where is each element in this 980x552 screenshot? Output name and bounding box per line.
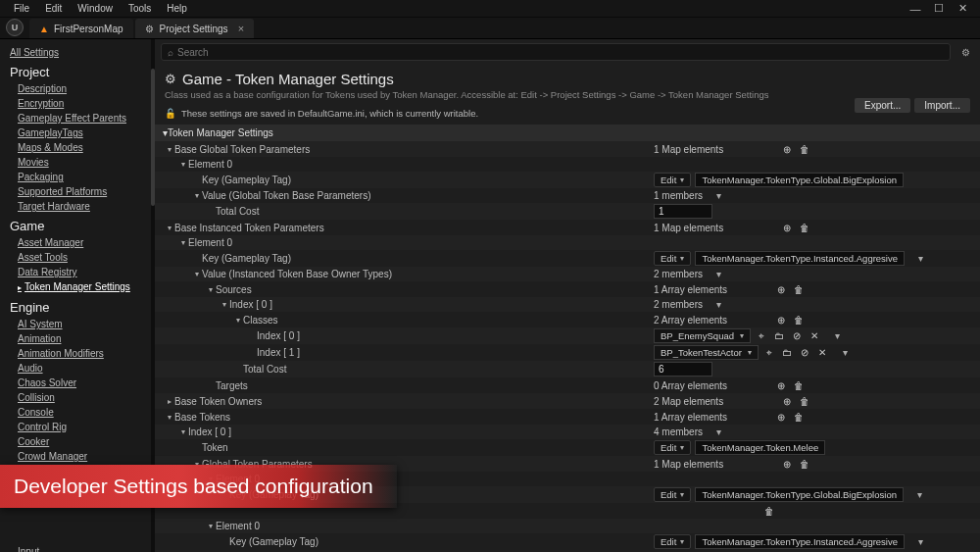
expand-arrow-icon[interactable]: ▾ xyxy=(220,300,229,309)
expand-arrow-icon[interactable]: ▾ xyxy=(165,145,174,154)
expand-arrow-icon[interactable]: ▾ xyxy=(206,522,216,530)
expand-arrow-icon[interactable]: ▾ xyxy=(165,413,174,422)
add-element-icon[interactable]: ⊕ xyxy=(780,221,794,234)
expand-arrow-icon[interactable]: ▾ xyxy=(165,224,174,232)
sidebar-item-asset-tools[interactable]: Asset Tools xyxy=(10,250,147,265)
expand-arrow-icon[interactable]: ▾ xyxy=(178,238,188,247)
expand-arrow-icon[interactable]: ▾ xyxy=(178,427,188,436)
browse-icon[interactable]: 🗀 xyxy=(780,346,794,360)
sidebar-item-animation[interactable]: Animation xyxy=(10,331,147,346)
reset-icon[interactable]: ⊘ xyxy=(790,329,804,343)
sidebar-item-token-manager-settings[interactable]: Token Manager Settings xyxy=(10,279,147,295)
sidebar-item-packaging[interactable]: Packaging xyxy=(10,170,147,184)
gameplay-tag-value[interactable]: TokenManager.TokenType.Instanced.Aggresi… xyxy=(695,251,905,266)
chevron-down-icon[interactable]: ▾ xyxy=(918,253,923,264)
sidebar-item-cooker[interactable]: Cooker xyxy=(10,434,147,449)
add-element-icon[interactable]: ⊕ xyxy=(780,457,794,471)
expand-arrow-icon[interactable]: ▾ xyxy=(206,285,216,294)
add-element-icon[interactable]: ⊕ xyxy=(774,282,788,296)
sidebar-item-gameplay-effect[interactable]: Gameplay Effect Parents xyxy=(10,111,147,125)
sidebar-item-data-registry[interactable]: Data Registry xyxy=(10,265,147,279)
gameplay-tag-value[interactable]: TokenManager.TokenType.Global.BigExplosi… xyxy=(695,173,904,187)
menu-help[interactable]: Help xyxy=(159,1,195,16)
sidebar-item-encryption[interactable]: Encryption xyxy=(10,96,147,111)
clear-icon[interactable]: 🗑 xyxy=(798,394,811,408)
gameplay-tag-value[interactable]: TokenManager.Token.Melee xyxy=(695,440,825,455)
sidebar-item-audio[interactable]: Audio xyxy=(10,361,147,376)
chevron-down-icon[interactable]: ▾ xyxy=(843,347,848,358)
window-minimize-icon[interactable]: — xyxy=(904,3,927,15)
class-picker[interactable]: BP_EnemySquad▾ xyxy=(654,328,751,343)
expand-arrow-icon[interactable]: ▾ xyxy=(233,316,243,325)
sidebar-item-target-hardware[interactable]: Target Hardware xyxy=(10,199,147,214)
chevron-down-icon[interactable]: ▾ xyxy=(917,489,922,500)
tab-close-icon[interactable]: × xyxy=(238,23,244,34)
menu-file[interactable]: File xyxy=(6,1,37,16)
sidebar-item-console[interactable]: Console xyxy=(10,405,147,420)
clear-icon[interactable]: 🗑 xyxy=(798,221,811,234)
gameplay-tag-value[interactable]: TokenManager.TokenType.Global.BigExplosi… xyxy=(695,487,904,502)
expand-arrow-icon[interactable]: ▾ xyxy=(192,191,202,200)
sidebar-item-movies[interactable]: Movies xyxy=(10,155,147,170)
edit-tag-button[interactable]: Edit▾ xyxy=(654,487,691,502)
sidebar-item-crowd-manager[interactable]: Crowd Manager xyxy=(10,449,147,464)
sidebar-item-maps-modes[interactable]: Maps & Modes xyxy=(10,140,147,155)
clear-icon[interactable]: 🗑 xyxy=(792,410,806,424)
sidebar-item-gameplaytags[interactable]: GameplayTags xyxy=(10,125,147,140)
total-cost-input[interactable]: 1 xyxy=(654,204,712,219)
menu-tools[interactable]: Tools xyxy=(121,1,159,16)
sidebar-all-settings[interactable]: All Settings xyxy=(10,45,147,60)
menu-window[interactable]: Window xyxy=(70,1,121,16)
search-input[interactable]: ⌕ Search xyxy=(161,43,951,61)
export-button[interactable]: Export... xyxy=(855,98,910,113)
add-element-icon[interactable]: ⊕ xyxy=(774,378,788,392)
clear-icon[interactable]: ✕ xyxy=(815,346,829,360)
view-options-gear-icon[interactable]: ⚙ xyxy=(956,47,974,58)
clear-icon[interactable]: 🗑 xyxy=(762,504,776,518)
reset-icon[interactable]: ⊘ xyxy=(798,346,811,360)
sidebar-item-description[interactable]: Description xyxy=(10,81,147,96)
clear-icon[interactable]: 🗑 xyxy=(792,282,806,296)
sidebar-item-chaos-solver[interactable]: Chaos Solver xyxy=(10,376,147,390)
tab-firstpersonmap[interactable]: ▲ FirstPersonMap xyxy=(29,19,133,38)
unreal-logo-icon[interactable]: U xyxy=(6,19,24,36)
chevron-down-icon[interactable]: ▾ xyxy=(835,330,840,341)
window-close-icon[interactable]: ✕ xyxy=(951,2,974,15)
edit-tag-button[interactable]: Edit▾ xyxy=(654,440,691,455)
sidebar-item-animation-modifiers[interactable]: Animation Modifiers xyxy=(10,346,147,361)
clear-icon[interactable]: 🗑 xyxy=(798,142,811,156)
total-cost-input[interactable]: 6 xyxy=(654,362,712,376)
sidebar-item-ai-system[interactable]: AI System xyxy=(10,317,147,331)
edit-tag-button[interactable]: Edit▾ xyxy=(654,173,691,187)
chevron-down-icon[interactable]: ▾ xyxy=(918,536,923,547)
expand-arrow-icon[interactable]: ▾ xyxy=(192,270,202,278)
clear-icon[interactable]: 🗑 xyxy=(798,457,811,471)
add-element-icon[interactable]: ⊕ xyxy=(780,394,794,408)
sidebar-item-input[interactable]: Input xyxy=(10,544,147,552)
sidebar-item-supported-platforms[interactable]: Supported Platforms xyxy=(10,184,147,199)
clear-icon[interactable]: 🗑 xyxy=(792,313,806,326)
tab-project-settings[interactable]: ⚙ Project Settings × xyxy=(135,19,254,38)
sidebar-item-control-rig[interactable]: Control Rig xyxy=(10,420,147,434)
add-element-icon[interactable]: ⊕ xyxy=(774,410,788,424)
clear-icon[interactable]: ✕ xyxy=(808,329,821,343)
use-selected-icon[interactable]: ⌖ xyxy=(755,329,768,343)
expand-arrow-icon[interactable]: ▸ xyxy=(165,397,174,406)
chevron-down-icon[interactable]: ▾ xyxy=(716,190,721,201)
sidebar-item-asset-manager[interactable]: Asset Manager xyxy=(10,235,147,250)
import-button[interactable]: Import... xyxy=(914,98,970,113)
edit-tag-button[interactable]: Edit▾ xyxy=(654,534,691,549)
gameplay-tag-value[interactable]: TokenManager.TokenType.Instanced.Aggresi… xyxy=(695,534,905,549)
edit-tag-button[interactable]: Edit▾ xyxy=(654,251,691,266)
chevron-down-icon[interactable]: ▾ xyxy=(716,299,721,310)
add-element-icon[interactable]: ⊕ xyxy=(780,142,794,156)
expand-arrow-icon[interactable]: ▾ xyxy=(178,160,188,169)
sidebar-item-collision[interactable]: Collision xyxy=(10,390,147,405)
window-maximize-icon[interactable]: ☐ xyxy=(927,2,951,15)
class-picker[interactable]: BP_TokenTestActor▾ xyxy=(654,345,759,360)
menu-edit[interactable]: Edit xyxy=(37,1,70,16)
use-selected-icon[interactable]: ⌖ xyxy=(762,346,776,360)
clear-icon[interactable]: 🗑 xyxy=(792,378,806,392)
category-token-manager-settings[interactable]: ▾ Token Manager Settings xyxy=(155,125,980,141)
chevron-down-icon[interactable]: ▾ xyxy=(716,269,721,279)
